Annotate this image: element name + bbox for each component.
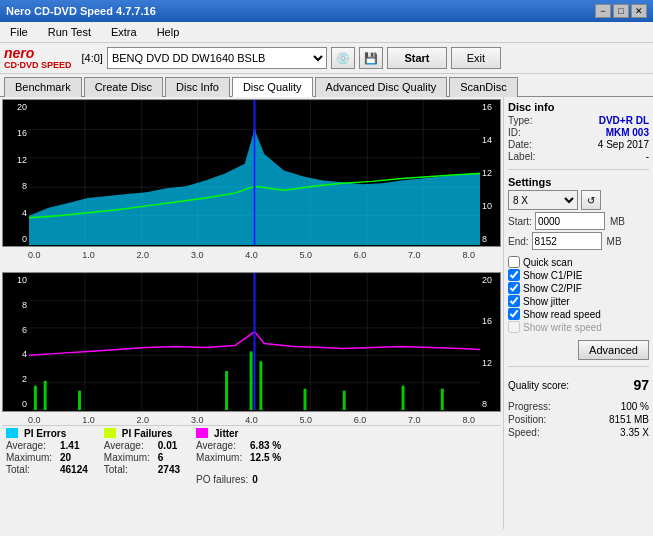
title-bar: Nero CD-DVD Speed 4.7.7.16 − □ ✕ [0,0,653,22]
position-row: Position: 8151 MB [508,414,649,425]
drive-select[interactable]: BENQ DVD DD DW1640 BSLB [107,47,327,69]
top-chart: 20 16 12 8 4 0 16 14 12 10 8 [2,99,501,247]
tab-bar: Benchmark Create Disc Disc Info Disc Qua… [0,74,653,97]
start-input[interactable] [535,212,605,230]
top-chart-x-axis: 0.0 1.0 2.0 3.0 4.0 5.0 6.0 7.0 8.0 [2,249,501,260]
show-jitter-label: Show jitter [523,296,570,307]
pi-errors-total-label: Total: [6,464,56,475]
jitter-avg-value: 6.83 % [250,440,281,451]
bottom-chart-x-axis: 0.0 1.0 2.0 3.0 4.0 5.0 6.0 7.0 8.0 [2,414,501,425]
quick-scan-label: Quick scan [523,257,572,268]
start-button[interactable]: Start [387,47,447,69]
speed-row-progress: Speed: 3.35 X [508,427,649,438]
show-write-speed-label: Show write speed [523,322,602,333]
tab-benchmark[interactable]: Benchmark [4,77,82,97]
maximize-button[interactable]: □ [613,4,629,18]
tab-disc-info[interactable]: Disc Info [165,77,230,97]
menu-file[interactable]: File [4,24,34,40]
bottom-chart-svg [29,273,480,410]
show-c1-pie-label: Show C1/PIE [523,270,582,281]
top-chart-y-right: 16 14 12 10 8 [480,100,500,246]
tab-scan-disc[interactable]: ScanDisc [449,77,517,97]
disc-info-section: Disc info Type: DVD+R DL ID: MKM 003 Dat… [508,101,649,163]
pi-errors-max-label: Maximum: [6,452,56,463]
right-panel: Disc info Type: DVD+R DL ID: MKM 003 Dat… [503,97,653,529]
svg-rect-36 [343,391,346,411]
end-unit: MB [607,236,622,247]
show-read-speed-checkbox[interactable] [508,308,520,320]
date-label: Date: [508,139,532,150]
pi-errors-legend-box [6,428,18,438]
po-failures-value: 0 [252,474,258,485]
advanced-button[interactable]: Advanced [578,340,649,360]
top-chart-svg [29,100,480,245]
po-failures-label: PO failures: [196,474,248,485]
type-label: Type: [508,115,532,126]
minimize-button[interactable]: − [595,4,611,18]
refresh-button[interactable]: ↺ [581,190,601,210]
svg-rect-31 [78,391,81,411]
tab-disc-quality[interactable]: Disc Quality [232,77,313,97]
bottom-chart: 10 8 6 4 2 0 20 16 12 8 [2,272,501,412]
show-write-speed-row: Show write speed [508,321,649,333]
jitter-avg-label: Average: [196,440,246,451]
position-label: Position: [508,414,546,425]
end-row: End: MB [508,232,649,250]
divider-1 [508,169,649,170]
checkboxes-section: Quick scan Show C1/PIE Show C2/PIF Show … [508,256,649,334]
pi-failures-label: PI Failures [122,428,173,439]
window-controls: − □ ✕ [595,4,647,18]
pi-failures-avg-label: Average: [104,440,154,451]
show-c2-pif-checkbox[interactable] [508,282,520,294]
start-unit: MB [610,216,625,227]
svg-rect-30 [44,381,47,410]
start-row: Start: MB [508,212,649,230]
show-c2-pif-label: Show C2/PIF [523,283,582,294]
quick-scan-checkbox[interactable] [508,256,520,268]
show-c2-pif-row: Show C2/PIF [508,282,649,294]
settings-section: Settings 8 X Max 1 X 2 X 4 X ↺ Start: MB… [508,176,649,252]
date-value: 4 Sep 2017 [598,139,649,150]
quality-score-label: Quality score: [508,380,569,391]
pi-failures-total-value: 2743 [158,464,180,475]
id-value: MKM 003 [606,127,649,138]
show-jitter-row: Show jitter [508,295,649,307]
jitter-group: Jitter Average: 6.83 % Maximum: 12.5 % P… [196,428,281,485]
exit-button[interactable]: Exit [451,47,501,69]
jitter-max-value: 12.5 % [250,452,281,463]
progress-value: 100 % [621,401,649,412]
close-button[interactable]: ✕ [631,4,647,18]
menu-run-test[interactable]: Run Test [42,24,97,40]
start-label: Start: [508,216,532,227]
charts-area: 20 16 12 8 4 0 16 14 12 10 8 [0,97,503,529]
quality-score-row: Quality score: 97 [508,377,649,393]
pi-errors-label: PI Errors [24,428,66,439]
menu-extra[interactable]: Extra [105,24,143,40]
quick-scan-row: Quick scan [508,256,649,268]
svg-rect-37 [402,386,405,411]
disk-icon-button[interactable]: 💿 [331,47,355,69]
jitter-legend-box [196,428,208,438]
speed-select[interactable]: 8 X Max 1 X 2 X 4 X [508,190,578,210]
tab-create-disc[interactable]: Create Disc [84,77,163,97]
pi-failures-max-label: Maximum: [104,452,154,463]
end-input[interactable] [532,232,602,250]
svg-rect-34 [259,361,262,410]
pi-failures-legend-box [104,428,116,438]
jitter-label: Jitter [214,428,238,439]
settings-title: Settings [508,176,649,188]
position-value: 8151 MB [609,414,649,425]
save-button[interactable]: 💾 [359,47,383,69]
stats-bar: PI Errors Average: 1.41 Maximum: 20 Tota… [2,425,501,487]
show-jitter-checkbox[interactable] [508,295,520,307]
bottom-chart-y-left: 10 8 6 4 2 0 [3,273,29,411]
pi-errors-group: PI Errors Average: 1.41 Maximum: 20 Tota… [6,428,88,485]
pi-errors-total-value: 46124 [60,464,88,475]
menu-help[interactable]: Help [151,24,186,40]
show-c1-pie-row: Show C1/PIE [508,269,649,281]
show-c1-pie-checkbox[interactable] [508,269,520,281]
progress-row: Progress: 100 % [508,401,649,412]
svg-rect-35 [304,389,307,411]
logo-nero: nero [4,46,72,60]
tab-advanced-disc-quality[interactable]: Advanced Disc Quality [315,77,448,97]
